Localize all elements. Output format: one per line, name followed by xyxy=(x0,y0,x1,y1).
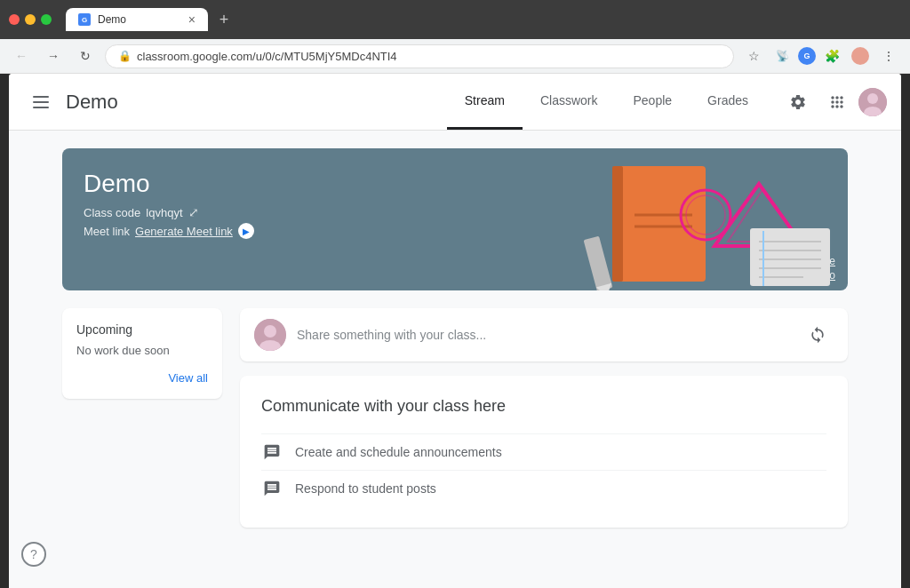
hero-banner: Demo Class code lqvhqyt ⤢ Meet link Gene… xyxy=(62,148,848,290)
communicate-announcements-text: Create and schedule announcements xyxy=(295,445,502,459)
svg-rect-2 xyxy=(33,107,49,108)
communicate-posts-text: Respond to student posts xyxy=(295,481,436,496)
user-profile-avatar[interactable] xyxy=(858,88,887,116)
tab-classwork[interactable]: Classwork xyxy=(523,74,616,130)
class-code-label: Class code xyxy=(84,206,140,219)
extension-icon[interactable]: G xyxy=(798,47,816,65)
tab-people[interactable]: People xyxy=(615,74,690,130)
profile-account-icon[interactable] xyxy=(848,44,873,68)
svg-point-24 xyxy=(264,325,276,338)
address-bar[interactable]: 🔒 classroom.google.com/u/0/c/MTU5MjY5MDc… xyxy=(105,44,734,68)
hero-content: Demo Class code lqvhqyt ⤢ Meet link Gene… xyxy=(62,148,275,264)
maximize-window-button[interactable] xyxy=(41,14,52,25)
communicate-item-posts: Respond to student posts xyxy=(261,470,826,506)
share-expand-button[interactable] xyxy=(802,319,834,351)
svg-rect-1 xyxy=(33,101,49,103)
chrome-menu-icon[interactable]: ⋮ xyxy=(876,44,901,68)
app-header: Demo Stream Classwork People Grades xyxy=(9,74,901,131)
communicate-title: Communicate with your class here xyxy=(261,397,826,416)
tab-grades[interactable]: Grades xyxy=(690,74,766,130)
tab-stream[interactable]: Stream xyxy=(447,74,523,130)
browser-titlebar: G Demo × + xyxy=(0,0,910,39)
help-button[interactable]: ? xyxy=(21,542,46,567)
announcement-icon xyxy=(261,441,283,463)
settings-button[interactable] xyxy=(780,84,816,120)
svg-rect-21 xyxy=(584,236,613,290)
hero-illustration xyxy=(475,148,848,290)
main-content: Demo Class code lqvhqyt ⤢ Meet link Gene… xyxy=(9,131,901,588)
hero-meet-link-row: Meet link Generate Meet link ▶ xyxy=(84,223,254,239)
url-text: classroom.google.com/u/0/c/MTU5MjY5MDc4N… xyxy=(137,50,721,63)
share-input[interactable]: Share something with your class... xyxy=(297,328,791,342)
page-content: Demo Stream Classwork People Grades xyxy=(9,74,901,588)
back-button[interactable]: ← xyxy=(9,44,34,68)
communicate-item-announcements: Create and schedule announcements xyxy=(261,433,826,470)
stream-area: Share something with your class... Commu… xyxy=(240,308,848,528)
tab-bar: G Demo × + xyxy=(66,7,901,32)
upcoming-title: Upcoming xyxy=(76,322,208,337)
expand-code-icon[interactable]: ⤢ xyxy=(188,205,199,219)
browser-tab[interactable]: G Demo × xyxy=(66,8,208,31)
svg-point-4 xyxy=(867,93,878,104)
content-grid: Upcoming No work due soon View all xyxy=(62,308,848,528)
close-window-button[interactable] xyxy=(9,14,20,25)
upcoming-empty-text: No work due soon xyxy=(76,344,208,357)
traffic-lights xyxy=(9,14,52,25)
hero-class-code-row: Class code lqvhqyt ⤢ xyxy=(84,205,254,219)
header-nav: Stream Classwork People Grades xyxy=(447,74,766,130)
hero-class-name: Demo xyxy=(84,170,254,198)
header-actions xyxy=(780,84,887,120)
hamburger-menu-button[interactable] xyxy=(23,84,59,120)
sidebar: Upcoming No work due soon View all xyxy=(62,308,222,528)
class-code-value: lqvhqyt xyxy=(146,206,182,219)
reload-button[interactable]: ↻ xyxy=(73,44,98,68)
svg-rect-0 xyxy=(33,96,49,98)
browser-chrome: G Demo × + ← → ↻ 🔒 classroom.google.com/… xyxy=(0,0,910,74)
svg-rect-6 xyxy=(617,166,706,282)
lock-icon: 🔒 xyxy=(118,50,132,62)
toolbar-icons: ☆ 📡 G 🧩 ⋮ xyxy=(741,44,901,68)
new-tab-button[interactable]: + xyxy=(212,7,236,32)
tab-title: Demo xyxy=(98,13,181,26)
meet-link-icon[interactable]: ▶ xyxy=(238,223,254,239)
browser-toolbar: ← → ↻ 🔒 classroom.google.com/u/0/c/MTU5M… xyxy=(0,39,910,74)
communicate-card: Communicate with your class here Create … xyxy=(240,376,848,528)
app-title: Demo xyxy=(66,91,118,114)
svg-rect-7 xyxy=(612,166,623,282)
apps-grid-button[interactable] xyxy=(819,84,855,120)
post-icon xyxy=(261,478,283,499)
meet-link-label: Meet link xyxy=(84,225,130,238)
share-post-box[interactable]: Share something with your class... xyxy=(240,308,848,362)
tab-favicon: G xyxy=(78,13,91,26)
cast-icon[interactable]: 📡 xyxy=(770,44,794,68)
extensions-puzzle-icon[interactable]: 🧩 xyxy=(819,44,844,68)
upcoming-card: Upcoming No work due soon View all xyxy=(62,308,222,399)
view-all-button[interactable]: View all xyxy=(76,371,208,385)
forward-button[interactable]: → xyxy=(41,44,66,68)
user-avatar-small xyxy=(254,319,286,351)
tab-close-button[interactable]: × xyxy=(188,13,196,26)
generate-meet-link-button[interactable]: Generate Meet link xyxy=(135,225,233,238)
minimize-window-button[interactable] xyxy=(25,14,36,25)
bookmark-star-icon[interactable]: ☆ xyxy=(741,44,766,68)
